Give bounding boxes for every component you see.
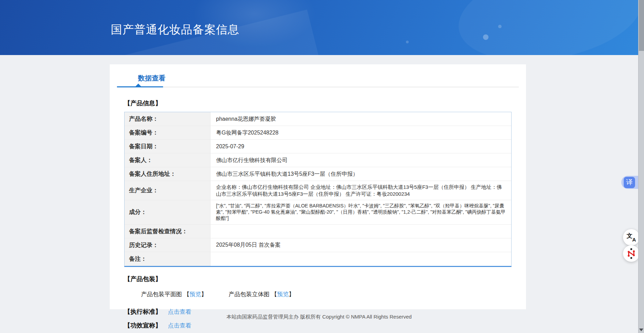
- row-value: 2025-07-29: [211, 140, 511, 153]
- section-packaging-title: 【产品包装】: [124, 275, 512, 283]
- vertical-scrollbar[interactable]: [638, 0, 644, 333]
- translate-pill-button[interactable]: 译: [621, 176, 638, 189]
- table-row: 成分： ["水", "甘油", "丙二醇", "库拉索芦荟（ALOE BARBA…: [125, 200, 511, 225]
- packaging-flat-preview-link[interactable]: 预览: [190, 291, 201, 298]
- row-label: 历史记录：: [125, 238, 211, 252]
- table-row: 备案编号： 粤G妆网备字2025248228: [125, 126, 511, 140]
- scroll-down-icon[interactable]: [639, 329, 643, 331]
- row-label: 产品名称：: [125, 112, 211, 126]
- header-decor-dot: [406, 41, 409, 43]
- packaging-stereo-label: 产品包装立体图: [228, 291, 269, 298]
- row-label: 生产企业：: [125, 181, 211, 200]
- network-n-icon: [626, 248, 636, 259]
- page-title: 国产普通化妆品备案信息: [111, 22, 239, 37]
- product-info-table: 产品名称： phaenna花恩娜芦荟凝胶 备案编号： 粤G妆网备字2025248…: [124, 112, 512, 267]
- table-row: 产品名称： phaenna花恩娜芦荟凝胶: [125, 112, 511, 126]
- row-label: 备案人：: [125, 153, 211, 167]
- bracket-open: 【: [184, 291, 190, 298]
- network-extension-button[interactable]: [623, 245, 640, 262]
- tab-data-view[interactable]: 数据查看: [138, 74, 165, 83]
- scrollbar-thumb[interactable]: [639, 0, 644, 51]
- translate-icon: 文 A: [627, 233, 636, 242]
- table-row: 备案日期： 2025-07-29: [125, 140, 511, 153]
- section-efficacy-title: 【功效宣称】: [124, 322, 161, 329]
- section-product-info-title: 【产品信息】: [124, 99, 512, 107]
- row-label: 备案人住所地址：: [125, 167, 211, 181]
- row-value: 企业名称：佛山市亿行生物科技有限公司 企业地址：佛山市三水区乐平镇科勒大道13号…: [211, 181, 511, 200]
- bracket-close: 】: [289, 291, 294, 298]
- packaging-stereo-group: 产品包装立体图 【预览】: [228, 290, 294, 298]
- row-value: ["水", "甘油", "丙二醇", "库拉索芦荟（ALOE BARBADENS…: [211, 200, 511, 224]
- table-row: 生产企业： 企业名称：佛山市亿行生物科技有限公司 企业地址：佛山市三水区乐平镇科…: [125, 181, 511, 200]
- page-header: 国产普通化妆品备案信息: [0, 0, 638, 55]
- efficacy-view-link[interactable]: 点击查看: [168, 322, 191, 329]
- tab-active-underline: [117, 86, 163, 87]
- bracket-open: 【: [271, 291, 277, 298]
- translate-badge[interactable]: 译: [624, 177, 635, 188]
- row-value: [211, 225, 511, 238]
- tab-caret-icon: [136, 84, 141, 86]
- footer-copyright: 本站由国家药品监督管理局主办 版权所有 Copyright © NMPA All…: [0, 314, 638, 320]
- row-value: phaenna花恩娜芦荟凝胶: [211, 112, 511, 126]
- table-row: 历史记录： 2025年08月05日 首次备案: [125, 238, 511, 252]
- row-value: 佛山市三水区乐平镇科勒大道13号5座F3一层（住所申报）: [211, 167, 511, 181]
- packaging-stereo-preview-link[interactable]: 预览: [277, 291, 289, 298]
- row-label: 成分：: [125, 200, 211, 224]
- header-decor-dot: [498, 25, 502, 28]
- bracket-close: 】: [201, 291, 207, 298]
- header-decor-dot: [483, 34, 489, 40]
- table-row: 备案后监督检查情况：: [125, 225, 511, 238]
- row-value: 佛山市亿行生物科技有限公司: [211, 153, 511, 167]
- row-value: 粤G妆网备字2025248228: [211, 126, 511, 139]
- header-decor-ellipse: [451, 0, 638, 55]
- row-value: [211, 252, 511, 266]
- packaging-line: 产品包装平面图 【预览】 产品包装立体图 【预览】: [141, 290, 512, 298]
- packaging-flat-label: 产品包装平面图: [141, 291, 182, 298]
- row-label: 备案编号：: [125, 126, 211, 139]
- content-card: 数据查看 【产品信息】 产品名称： phaenna花恩娜芦荟凝胶 备案编号： 粤…: [110, 64, 526, 309]
- row-label: 备案后监督检查情况：: [125, 225, 211, 238]
- packaging-flat-group: 产品包装平面图 【预览】: [141, 290, 207, 298]
- row-value: 2025年08月05日 首次备案: [211, 238, 511, 252]
- table-row: 备注：: [125, 252, 511, 266]
- table-row: 备案人住所地址： 佛山市三水区乐平镇科勒大道13号5座F3一层（住所申报）: [125, 167, 511, 181]
- table-row: 备案人： 佛山市亿行生物科技有限公司: [125, 153, 511, 167]
- efficacy-line: 【功效宣称】 点击查看: [124, 321, 512, 330]
- row-label: 备案日期：: [125, 140, 211, 153]
- row-label: 备注：: [125, 252, 211, 266]
- translate-extension-button[interactable]: 文 A: [623, 229, 640, 246]
- tab-bar: 数据查看: [117, 64, 519, 87]
